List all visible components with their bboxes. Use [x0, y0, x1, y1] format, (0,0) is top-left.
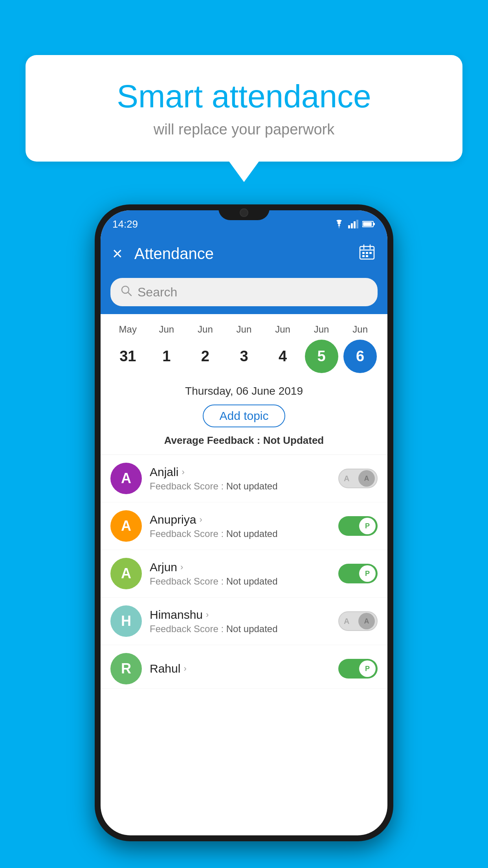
- svg-rect-0: [348, 225, 350, 228]
- student-info-anjali: Anjali › Feedback Score : Not updated: [150, 465, 330, 492]
- student-item-anupriya[interactable]: A Anupriya › Feedback Score : Not update…: [101, 502, 387, 550]
- attendance-toggle-anupriya[interactable]: P: [338, 516, 378, 536]
- toggle-knob-himanshu: A: [358, 613, 375, 629]
- calendar-icon[interactable]: [358, 243, 376, 264]
- status-time: 14:29: [112, 218, 138, 230]
- toggle-himanshu[interactable]: A A: [338, 611, 378, 631]
- month-4: Jun: [266, 324, 299, 335]
- date-2[interactable]: 2: [189, 340, 222, 373]
- month-3: Jun: [227, 324, 261, 335]
- chevron-anupriya: ›: [199, 515, 202, 525]
- phone-outer: 14:29: [95, 204, 393, 841]
- student-item-arjun[interactable]: A Arjun › Feedback Score : Not updated P: [101, 550, 387, 598]
- svg-rect-2: [354, 221, 356, 228]
- bubble-subtitle: will replace your paperwork: [45, 121, 443, 138]
- feedback-anupriya: Feedback Score : Not updated: [150, 528, 330, 539]
- toggle-knob-anjali: A: [358, 470, 375, 487]
- student-info-rahul: Rahul ›: [150, 662, 330, 675]
- feedback-anjali: Feedback Score : Not updated: [150, 481, 330, 492]
- toggle-arjun[interactable]: P: [338, 564, 378, 583]
- student-name-anupriya: Anupriya ›: [150, 513, 330, 526]
- avg-feedback-label: Average Feedback :: [164, 434, 261, 446]
- month-1: Jun: [150, 324, 183, 335]
- student-item-himanshu[interactable]: H Himanshu › Feedback Score : Not update…: [101, 598, 387, 645]
- calendar-row: May Jun Jun Jun Jun Jun Jun 31 1 2 3 4 5…: [101, 314, 387, 377]
- date-1[interactable]: 1: [150, 340, 183, 373]
- search-icon: [120, 285, 133, 300]
- date-info-section: Thursday, 06 June 2019 Add topic Average…: [101, 377, 387, 455]
- date-31[interactable]: 31: [111, 340, 145, 373]
- signal-icon: [348, 220, 359, 228]
- svg-rect-15: [366, 255, 368, 257]
- chevron-himanshu: ›: [206, 610, 209, 620]
- attendance-toggle-rahul[interactable]: P: [338, 659, 378, 679]
- student-item-rahul[interactable]: R Rahul › P: [101, 645, 387, 689]
- close-button[interactable]: ×: [112, 245, 123, 262]
- chevron-arjun: ›: [180, 562, 183, 572]
- speech-bubble: Smart attendance will replace your paper…: [26, 55, 462, 162]
- toggle-knob-arjun: P: [359, 565, 376, 582]
- date-3[interactable]: 3: [227, 340, 261, 373]
- toggle-anjali[interactable]: A A: [338, 469, 378, 488]
- date-5-today[interactable]: 5: [305, 340, 338, 373]
- svg-rect-14: [362, 255, 365, 257]
- phone-screen: 14:29: [101, 210, 387, 835]
- app-bar-title: Attendance: [134, 245, 347, 263]
- toggle-rahul[interactable]: P: [338, 659, 378, 679]
- student-info-arjun: Arjun › Feedback Score : Not updated: [150, 561, 330, 587]
- avatar-rahul: R: [110, 653, 142, 684]
- svg-line-17: [128, 292, 131, 296]
- month-6: Jun: [343, 324, 377, 335]
- app-bar: × Attendance: [101, 234, 387, 273]
- feedback-himanshu: Feedback Score : Not updated: [150, 623, 330, 634]
- phone-device: 14:29: [95, 204, 393, 841]
- svg-rect-12: [366, 252, 368, 254]
- student-item-anjali[interactable]: A Anjali › Feedback Score : Not updated …: [101, 455, 387, 502]
- svg-rect-11: [362, 252, 365, 254]
- svg-rect-6: [363, 222, 372, 226]
- toggle-knob-rahul: P: [359, 660, 376, 677]
- toggle-knob-anupriya: P: [359, 518, 376, 534]
- attendance-toggle-himanshu[interactable]: A A: [338, 611, 378, 631]
- svg-rect-1: [351, 223, 353, 228]
- phone-notch: [218, 204, 270, 220]
- chevron-rahul: ›: [183, 664, 186, 674]
- front-camera: [240, 208, 248, 217]
- student-name-himanshu: Himanshu ›: [150, 608, 330, 622]
- avatar-himanshu: H: [110, 605, 142, 637]
- battery-icon: [362, 221, 376, 228]
- date-display: Thursday, 06 June 2019: [110, 385, 378, 397]
- bubble-title: Smart attendance: [45, 79, 443, 114]
- avatar-anjali: A: [110, 463, 142, 494]
- svg-rect-3: [356, 220, 358, 228]
- student-name-arjun: Arjun ›: [150, 561, 330, 574]
- svg-rect-13: [369, 252, 372, 254]
- avatar-arjun: A: [110, 558, 142, 589]
- feedback-arjun: Feedback Score : Not updated: [150, 576, 330, 587]
- student-name-anjali: Anjali ›: [150, 465, 330, 479]
- status-icons: [333, 220, 376, 228]
- student-info-anupriya: Anupriya › Feedback Score : Not updated: [150, 513, 330, 539]
- student-info-himanshu: Himanshu › Feedback Score : Not updated: [150, 608, 330, 634]
- student-list: A Anjali › Feedback Score : Not updated …: [101, 455, 387, 689]
- search-bar-container: Search: [101, 273, 387, 314]
- month-5: Jun: [305, 324, 338, 335]
- months-row: May Jun Jun Jun Jun Jun Jun: [108, 324, 380, 335]
- add-topic-button[interactable]: Add topic: [203, 405, 285, 427]
- svg-rect-5: [373, 223, 375, 225]
- avg-feedback: Average Feedback : Not Updated: [110, 434, 378, 447]
- attendance-toggle-anjali[interactable]: A A: [338, 469, 378, 488]
- date-6-selected[interactable]: 6: [343, 340, 377, 373]
- toggle-anupriya[interactable]: P: [338, 516, 378, 536]
- date-4[interactable]: 4: [266, 340, 299, 373]
- chevron-anjali: ›: [182, 467, 184, 477]
- wifi-icon: [333, 220, 345, 228]
- dates-row: 31 1 2 3 4 5 6: [108, 340, 380, 373]
- speech-bubble-container: Smart attendance will replace your paper…: [26, 55, 462, 162]
- month-0: May: [111, 324, 145, 335]
- search-input[interactable]: Search: [138, 285, 177, 300]
- attendance-toggle-arjun[interactable]: P: [338, 564, 378, 583]
- search-bar[interactable]: Search: [110, 278, 378, 306]
- student-name-rahul: Rahul ›: [150, 662, 330, 675]
- avatar-anupriya: A: [110, 510, 142, 542]
